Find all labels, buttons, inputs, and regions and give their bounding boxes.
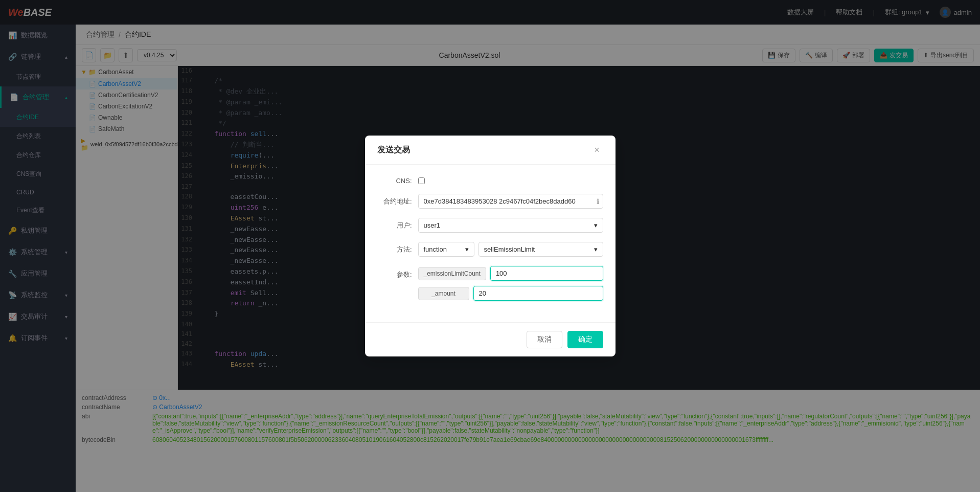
contract-address-input-wrapper: ℹ [418,194,603,209]
info-icon[interactable]: ℹ [597,197,599,206]
modal-overlay[interactable]: 发送交易 × CNS: 合约地址: ℹ 用户: [0,0,980,492]
contract-address-row: 合约地址: ℹ [377,194,603,209]
method-row: 方法: function ▾ sellEmissionLimit ▾ [377,242,603,257]
modal-header: 发送交易 × [365,136,616,165]
params-label: 参数: [377,266,418,279]
confirm-button[interactable]: 确定 [567,331,603,348]
method-name-select[interactable]: sellEmissionLimit ▾ [478,242,603,257]
send-tx-modal: 发送交易 × CNS: 合约地址: ℹ 用户: [365,136,616,356]
method-type-value: function [424,245,447,253]
param-input-0[interactable] [490,266,603,281]
method-name-value: sellEmissionLimit [484,245,535,253]
param-row-1: _amount [418,286,603,301]
cancel-button[interactable]: 取消 [527,331,562,348]
user-row: 用户: user1 ▾ [377,218,603,233]
chevron-down-icon: ▾ [594,221,598,229]
contract-address-input[interactable] [418,194,603,209]
param-row-0: _emissionLimitCount [418,266,603,281]
param-name-0: _emissionLimitCount [418,267,486,280]
cns-checkbox[interactable] [418,177,425,184]
user-select[interactable]: user1 ▾ [418,218,603,233]
method-selects: function ▾ sellEmissionLimit ▾ [418,242,603,257]
param-input-1[interactable] [473,286,603,301]
contract-address-label: 合约地址: [377,197,418,206]
method-label: 方法: [377,245,418,254]
cns-row: CNS: [377,177,603,185]
method-type-select[interactable]: function ▾ [418,242,474,257]
user-label: 用户: [377,221,418,230]
chevron-down-icon: ▾ [594,245,598,253]
modal-close-button[interactable]: × [591,144,603,156]
modal-body: CNS: 合约地址: ℹ 用户: user1 ▾ [365,165,616,322]
params-group: _emissionLimitCount _amount [418,266,603,301]
param-name-1: _amount [418,287,469,300]
modal-title: 发送交易 [377,145,410,155]
chevron-down-icon: ▾ [465,245,469,253]
cns-label: CNS: [377,177,418,185]
params-row: 参数: _emissionLimitCount _amount [377,266,603,301]
cns-checkbox-wrapper [418,177,425,184]
user-select-value: user1 [424,221,441,229]
modal-footer: 取消 确定 [365,322,616,356]
